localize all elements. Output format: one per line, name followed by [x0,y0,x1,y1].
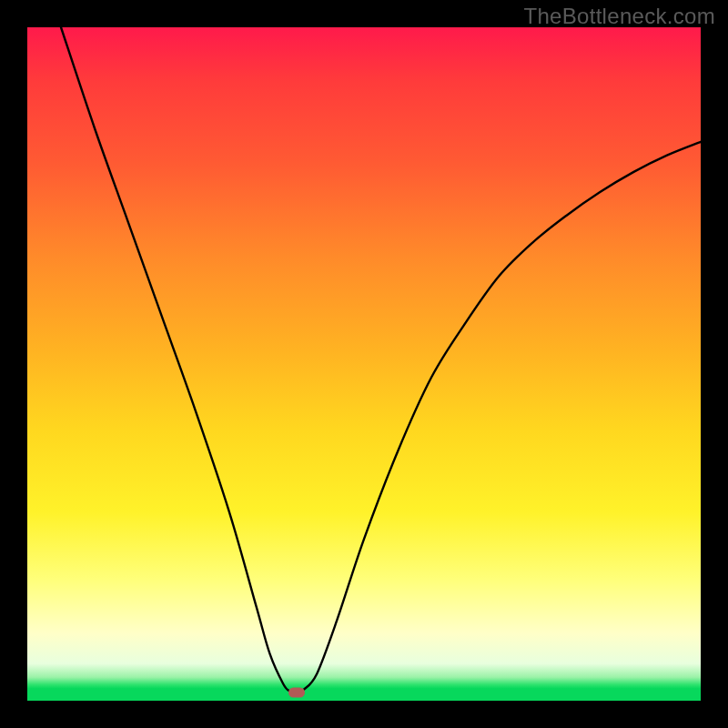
bottleneck-curve [61,27,701,693]
watermark-text: TheBottleneck.com [523,4,715,29]
plot-area [27,27,701,701]
curve-svg [27,27,701,701]
chart-frame: TheBottleneck.com [0,0,728,728]
optimum-marker [288,688,305,698]
